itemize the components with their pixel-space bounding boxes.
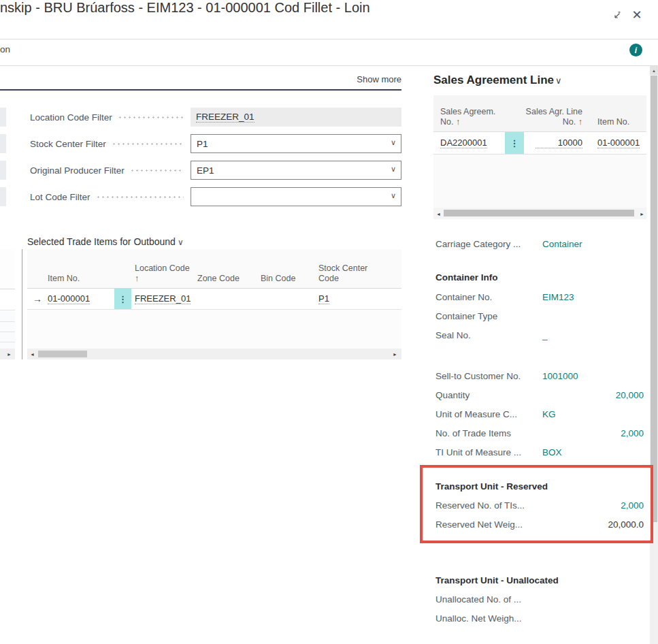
- column-header-zone-code[interactable]: Zone Code: [197, 274, 240, 284]
- column-header-location-code[interactable]: Location Code ↑: [135, 263, 190, 284]
- location-code-filter-field[interactable]: FREEZER_01: [191, 108, 401, 127]
- original-producer-filter-field[interactable]: EP1 ∨: [191, 161, 401, 180]
- trade-items-title-text: Selected Trade Items for Outbound: [27, 236, 176, 247]
- table-row[interactable]: → 01-000001 ⋮ FREEZER_01 P1: [27, 289, 401, 310]
- chevron-down-icon[interactable]: ∨: [555, 76, 562, 86]
- clipped-field-stub: [0, 161, 6, 180]
- column-header-text: Sales Agr. Line: [522, 107, 582, 117]
- collapse-arrow-glyph: [611, 11, 622, 22]
- stock-center-filter-field[interactable]: P1 ∨: [191, 134, 401, 153]
- column-header-sales-agr-line-no[interactable]: Sales Agr. Line No. ↑: [522, 107, 582, 127]
- active-row-arrow-icon: →: [33, 293, 42, 304]
- container-type-label: Container Type: [435, 311, 497, 321]
- ti-unit-of-measure-value[interactable]: BOX: [542, 447, 562, 457]
- actionbar-divider: [0, 65, 658, 66]
- column-header-bin-code[interactable]: Bin Code: [261, 274, 295, 284]
- carriage-category-label: Carriage Category ...: [435, 239, 521, 249]
- transport-unit-reserved-heading: Transport Unit - Reserved: [435, 481, 548, 492]
- clipped-fragment-scrollbar[interactable]: ►: [0, 349, 15, 359]
- dotted-leader: [118, 116, 184, 118]
- factbox-title-text: Sales Agreement Line: [433, 74, 554, 86]
- scroll-right-icon[interactable]: ►: [393, 352, 397, 357]
- column-header-item-no[interactable]: Item No.: [597, 117, 629, 127]
- dotted-leader: [96, 196, 184, 198]
- cell-location-code[interactable]: FREEZER_01: [135, 293, 191, 304]
- chevron-down-icon[interactable]: ∨: [391, 138, 396, 147]
- clipped-left-grid-fragment: ►: [0, 249, 15, 359]
- unit-of-measure-label: Unit of Measure C...: [435, 409, 517, 419]
- cell-item-no[interactable]: 01-000001: [48, 293, 90, 304]
- sell-to-customer-no-value[interactable]: 1001000: [542, 371, 578, 381]
- lot-code-filter-field[interactable]: ∨: [191, 187, 401, 206]
- carriage-category-value[interactable]: Container: [542, 239, 582, 249]
- row-context-menu-icon[interactable]: ⋮: [505, 132, 524, 154]
- show-more-link[interactable]: Show more: [0, 74, 401, 84]
- original-producer-filter-label: Original Producer Filter: [30, 165, 125, 176]
- titlebar-divider: [0, 39, 658, 39]
- reserved-net-weight-label: Reserved Net Weig...: [435, 519, 523, 530]
- reserved-no-of-tis-value[interactable]: 2,000: [621, 500, 644, 511]
- stock-center-filter-value: P1: [197, 139, 208, 149]
- cell-sales-agr-line-no[interactable]: 10000: [536, 138, 582, 148]
- page-title: nskip - BRU Brúarfoss - EIM123 - 01-0000…: [0, 0, 370, 16]
- clipped-field-stub: [0, 187, 6, 206]
- seal-no-label: Seal No.: [435, 330, 471, 340]
- column-header-stock-center-code[interactable]: Stock Center Code: [318, 263, 367, 284]
- trade-items-grid: Item No. Location Code ↑ Zone Code Bin C…: [27, 249, 401, 359]
- dotted-leader: [112, 143, 184, 145]
- dialog-window: nskip - BRU Brúarfoss - EIM123 - 01-0000…: [0, 0, 658, 644]
- transport-unit-unallocated-heading: Transport Unit - Unallocated: [435, 575, 559, 585]
- trade-items-part-title: Selected Trade Items for Outbound∨: [27, 236, 184, 247]
- cell-item-no[interactable]: 01-000001: [597, 138, 640, 148]
- cell-sales-agreement-no[interactable]: DA2200001: [440, 138, 487, 148]
- scroll-left-icon[interactable]: ◄: [30, 352, 35, 357]
- container-no-value[interactable]: EIM123: [542, 292, 574, 302]
- column-header-text: Code: [318, 274, 367, 284]
- scroll-left-icon[interactable]: ◄: [436, 211, 441, 216]
- chevron-down-icon[interactable]: ∨: [178, 238, 184, 247]
- ti-unit-of-measure-label: TI Unit of Measure ...: [435, 447, 521, 457]
- unit-of-measure-value[interactable]: KG: [542, 409, 556, 419]
- column-header-text: Stock Center: [318, 263, 367, 274]
- dotted-leader: [130, 170, 184, 172]
- scroll-up-icon[interactable]: ▲: [650, 66, 658, 75]
- chevron-down-icon[interactable]: ∨: [391, 165, 396, 174]
- chevron-down-icon[interactable]: ∨: [391, 191, 396, 200]
- location-code-filter-value[interactable]: FREEZER_01: [196, 112, 254, 123]
- trade-items-grid-header: Item No. Location Code ↑ Zone Code Bin C…: [27, 249, 401, 289]
- column-header-sales-agreement-no[interactable]: Sales Agreem. No. ↑: [440, 107, 495, 127]
- no-of-trade-items-label: No. of Trade Items: [435, 428, 511, 438]
- column-header-item-no[interactable]: Item No.: [48, 274, 80, 284]
- collapse-window-icon[interactable]: [608, 8, 625, 25]
- trade-items-hscrollbar[interactable]: ◄ ►: [27, 349, 401, 359]
- pane-divider: [22, 249, 22, 359]
- column-header-text: No. ↑: [440, 117, 495, 127]
- sales-agreement-hscrollbar[interactable]: ◄ ►: [433, 208, 646, 219]
- row-context-menu-icon[interactable]: ⋮: [114, 289, 131, 309]
- seal-no-value[interactable]: _: [542, 330, 548, 340]
- scroll-right-icon[interactable]: ►: [640, 211, 644, 216]
- table-row[interactable]: DA2200001 ⋮ 10000 01-000001: [433, 132, 646, 155]
- factbox-title: Sales Agreement Line∨: [433, 74, 562, 87]
- location-code-filter-label: Location Code Filter: [30, 112, 112, 123]
- stock-center-filter-label: Stock Center Filter: [30, 139, 106, 149]
- column-header-text: No. ↑: [522, 117, 582, 127]
- reserved-net-weight-value[interactable]: 20,000.0: [608, 519, 644, 530]
- cell-stock-center-code[interactable]: P1: [318, 293, 329, 304]
- lot-code-filter-label: Lot Code Filter: [30, 192, 91, 202]
- factbox-vscrollbar[interactable]: ▲: [650, 66, 658, 644]
- no-of-trade-items-value[interactable]: 2,000: [621, 428, 644, 438]
- info-icon[interactable]: i: [629, 44, 642, 57]
- column-header-text: Sales Agreem.: [440, 107, 495, 117]
- scroll-right-icon[interactable]: ►: [7, 352, 12, 357]
- container-no-label: Container No.: [435, 292, 492, 302]
- scrollbar-thumb[interactable]: [651, 76, 657, 522]
- clipped-field-stub: [0, 108, 6, 127]
- quantity-value[interactable]: 20,000: [616, 390, 644, 400]
- sales-agreement-grid: Sales Agreem. No. ↑ Sales Agr. Line No. …: [433, 95, 646, 219]
- reserved-no-of-tis-label: Reserved No. of TIs...: [435, 500, 525, 511]
- scrollbar-thumb[interactable]: [444, 210, 634, 216]
- close-icon[interactable]: ✕: [629, 7, 645, 23]
- scrollbar-thumb[interactable]: [38, 351, 87, 357]
- unalloc-net-weight-label: Unalloc. Net Weigh...: [435, 613, 522, 624]
